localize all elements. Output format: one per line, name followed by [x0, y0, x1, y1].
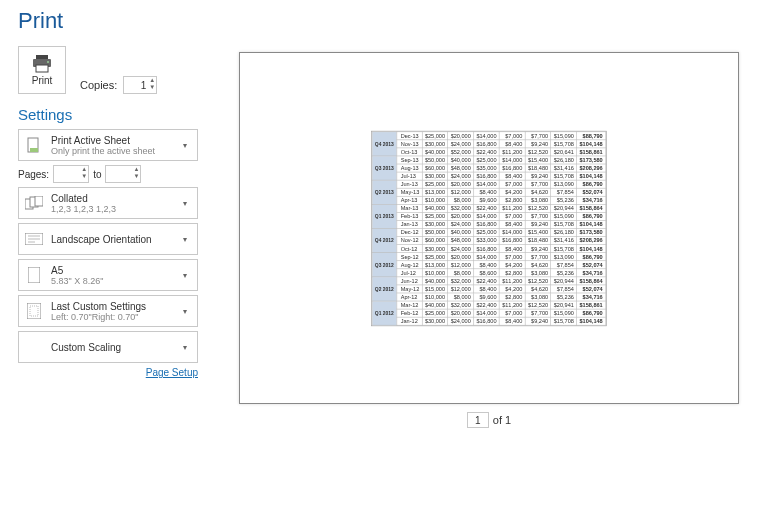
paper-main: A5	[51, 265, 175, 276]
scaling-dropdown[interactable]: Custom Scaling ▾	[18, 331, 198, 363]
pages-label: Pages:	[18, 169, 49, 180]
settings-heading: Settings	[18, 106, 198, 123]
margins-icon	[25, 302, 43, 320]
print-preview: Q4 2013Dec-13$25,000$20,000$14,000$7,000…	[226, 46, 752, 428]
paper-size-dropdown[interactable]: A55.83" X 8.26" ▾	[18, 259, 198, 291]
page-of-label: of 1	[493, 414, 511, 426]
svg-rect-14	[27, 303, 41, 319]
copies-label: Copies:	[80, 79, 117, 91]
collated-icon	[25, 194, 43, 212]
paper-icon	[25, 266, 43, 284]
page-number-input[interactable]	[467, 412, 489, 428]
data-table: Q4 2013Dec-13$25,000$20,000$14,000$7,000…	[372, 131, 606, 325]
svg-rect-5	[30, 148, 38, 152]
pages-to-up-icon[interactable]: ▲	[132, 166, 140, 173]
margins-sub: Left: 0.70"Right: 0.70"	[51, 312, 175, 322]
chevron-down-icon: ▾	[183, 199, 191, 208]
printer-icon	[31, 55, 53, 73]
chevron-down-icon: ▾	[183, 271, 191, 280]
pages-to-down-icon[interactable]: ▼	[132, 173, 140, 180]
print-button[interactable]: Print	[18, 46, 66, 94]
copies-down-icon[interactable]: ▼	[148, 84, 156, 91]
page-setup-link[interactable]: Page Setup	[18, 367, 198, 378]
copies-up-icon[interactable]: ▲	[148, 77, 156, 84]
page-title: Print	[18, 8, 752, 34]
orientation-dropdown[interactable]: Landscape Orientation ▾	[18, 223, 198, 255]
scaling-main: Custom Scaling	[51, 342, 175, 353]
sheet-icon	[25, 136, 43, 154]
landscape-icon	[25, 230, 43, 248]
print-button-label: Print	[32, 75, 53, 86]
chevron-down-icon: ▾	[183, 235, 191, 244]
chevron-down-icon: ▾	[183, 343, 191, 352]
orientation-main: Landscape Orientation	[51, 234, 175, 245]
svg-point-3	[47, 61, 49, 63]
svg-rect-8	[35, 196, 43, 206]
pages-from-up-icon[interactable]: ▲	[80, 166, 88, 173]
pages-from-down-icon[interactable]: ▼	[80, 173, 88, 180]
svg-rect-2	[36, 65, 48, 72]
preview-page: Q4 2013Dec-13$25,000$20,000$14,000$7,000…	[239, 52, 739, 404]
print-scope-sub: Only print the active sheet	[51, 146, 175, 156]
collated-sub: 1,2,3 1,2,3 1,2,3	[51, 204, 175, 214]
collation-dropdown[interactable]: Collated1,2,3 1,2,3 1,2,3 ▾	[18, 187, 198, 219]
chevron-down-icon: ▾	[183, 141, 191, 150]
collated-main: Collated	[51, 193, 175, 204]
margins-main: Last Custom Settings	[51, 301, 175, 312]
svg-rect-0	[36, 55, 48, 59]
print-scope-main: Print Active Sheet	[51, 135, 175, 146]
chevron-down-icon: ▾	[183, 307, 191, 316]
print-scope-dropdown[interactable]: Print Active SheetOnly print the active …	[18, 129, 198, 161]
margins-dropdown[interactable]: Last Custom SettingsLeft: 0.70"Right: 0.…	[18, 295, 198, 327]
pages-to-label: to	[93, 169, 101, 180]
svg-rect-13	[28, 267, 40, 283]
paper-sub: 5.83" X 8.26"	[51, 276, 175, 286]
settings-panel: Print Copies: ▲▼ Settings Print Active S…	[18, 46, 198, 428]
